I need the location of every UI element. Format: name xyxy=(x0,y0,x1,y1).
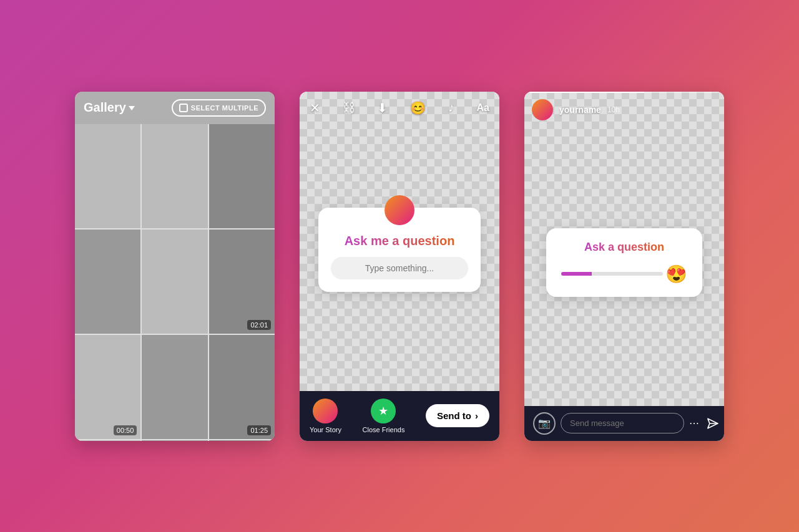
story-poster-avatar xyxy=(532,99,553,120)
slider-track xyxy=(561,272,663,276)
gallery-title[interactable]: Gallery xyxy=(84,100,135,115)
send-message-button[interactable] xyxy=(702,414,719,432)
camera-button[interactable]: 📷 xyxy=(533,412,556,435)
gallery-cell-3[interactable] xyxy=(209,124,275,228)
close-friends-label: Close Friends xyxy=(363,426,405,433)
select-icon xyxy=(179,104,188,112)
gallery-cell-1[interactable] xyxy=(75,124,140,228)
editor-toolbar: ✕ ⛓ ⬇ 😊 ♪ Aa xyxy=(300,92,499,124)
sticker-title: Ask me a question xyxy=(345,234,455,248)
slider-emoji: 😍 xyxy=(665,264,687,284)
ask-question-sticker: Ask me a question xyxy=(318,208,481,292)
gallery-cell-4[interactable] xyxy=(75,230,140,334)
more-options-icon[interactable]: ⋯ xyxy=(689,417,699,429)
editor-canvas: ✕ ⛓ ⬇ 😊 ♪ Aa Ask me a question xyxy=(300,92,499,391)
select-multiple-label: SELECT MULTIPLE xyxy=(191,104,258,112)
viewer-bottom-bar: 📷 ⋯ xyxy=(524,406,724,441)
your-story-option[interactable]: Your Story xyxy=(310,399,341,433)
gallery-cell-9[interactable]: 01:25 xyxy=(209,335,275,439)
close-icon[interactable]: ✕ xyxy=(310,100,320,115)
cell-bg xyxy=(142,124,207,228)
your-story-avatar xyxy=(313,399,338,423)
gallery-title-text: Gallery xyxy=(84,100,126,115)
send-to-arrow-icon: › xyxy=(475,410,478,421)
your-story-label: Your Story xyxy=(310,426,341,433)
video-duration-badge: 02:01 xyxy=(247,320,271,330)
viewer-ask-question-sticker: Ask a question 😍 xyxy=(546,228,702,297)
emoji-icon[interactable]: 😊 xyxy=(410,100,426,115)
story-editor-panel: ✕ ⛓ ⬇ 😊 ♪ Aa Ask me a question Your Stor… xyxy=(300,92,499,441)
message-input[interactable] xyxy=(561,413,684,433)
cell-bg xyxy=(75,124,140,228)
link-icon[interactable]: ⛓ xyxy=(343,100,355,115)
select-multiple-button[interactable]: SELECT MULTIPLE xyxy=(172,99,266,117)
gallery-cell-7[interactable]: 00:50 xyxy=(75,335,140,439)
gallery-cell-5[interactable] xyxy=(142,230,207,334)
send-to-label: Send to xyxy=(437,410,471,421)
cell-bg xyxy=(142,335,207,439)
send-to-button[interactable]: Send to › xyxy=(426,404,489,427)
close-friends-icon: ★ xyxy=(371,399,396,423)
cell-bg xyxy=(209,335,275,439)
viewer-canvas: yourname 10h Ask a question 😍 xyxy=(524,92,724,406)
reaction-slider[interactable]: 😍 xyxy=(561,264,687,284)
gallery-cell-2[interactable] xyxy=(142,124,207,228)
gallery-cell-8[interactable] xyxy=(142,335,207,439)
story-post-time: 10h xyxy=(607,105,620,114)
viewer-sticker-title: Ask a question xyxy=(584,241,664,254)
sticker-avatar xyxy=(385,195,414,225)
cell-bg xyxy=(75,335,140,439)
gallery-grid: 02:01 00:50 01:25 xyxy=(75,124,275,441)
story-poster-username: yourname xyxy=(559,105,601,115)
gallery-cell-6[interactable]: 02:01 xyxy=(209,230,275,334)
gallery-dropdown-icon xyxy=(129,106,135,110)
editor-bottom-bar: Your Story ★ Close Friends Send to › xyxy=(300,391,499,441)
gallery-panel: Gallery SELECT MULTIPLE 02:01 xyxy=(75,92,275,441)
cell-bg xyxy=(75,230,140,334)
text-icon[interactable]: Aa xyxy=(477,102,489,114)
story-viewer-panel: yourname 10h Ask a question 😍 📷 ⋯ xyxy=(524,92,724,441)
sticker-input[interactable] xyxy=(331,257,468,279)
close-friends-option[interactable]: ★ Close Friends xyxy=(363,399,405,433)
cell-bg xyxy=(209,230,275,334)
download-icon[interactable]: ⬇ xyxy=(377,100,388,115)
music-icon[interactable]: ♪ xyxy=(448,100,454,115)
cell-bg xyxy=(209,124,275,228)
video-duration-badge: 01:25 xyxy=(247,425,271,435)
cell-bg xyxy=(142,230,207,334)
viewer-header: yourname 10h xyxy=(524,92,724,128)
video-duration-badge: 00:50 xyxy=(114,425,137,435)
gallery-header: Gallery SELECT MULTIPLE xyxy=(75,92,275,124)
